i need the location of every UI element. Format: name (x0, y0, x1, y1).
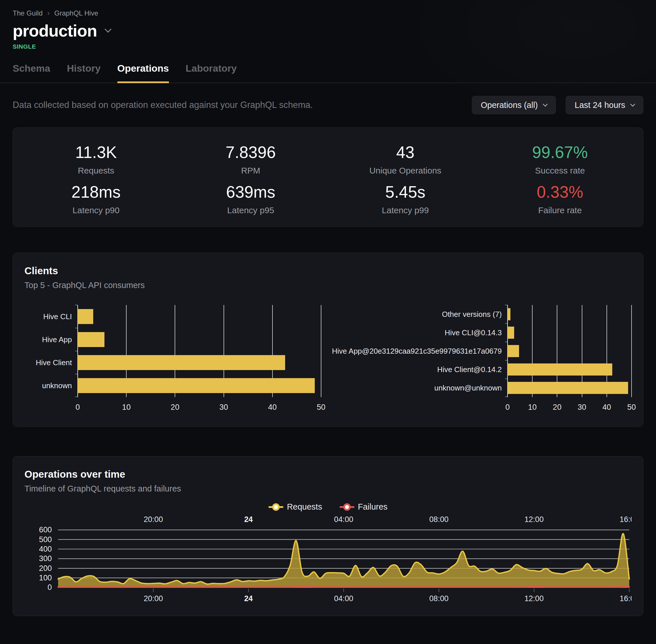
bar-labels: Hive CLIHive AppHive Clientunknown (24, 305, 78, 397)
legend-label: Requests (287, 502, 322, 512)
bar-category-label: Hive App@20e3129caa921c35e9979631e17a067… (335, 342, 508, 360)
timeline-chart: 010020030040050060020:0020:00242404:0004… (24, 513, 632, 610)
bar-category-label: Hive Client (24, 351, 78, 374)
tab-laboratory[interactable]: Laboratory (186, 63, 237, 83)
bar-row (508, 323, 632, 342)
x-tick-label: 50 (317, 403, 325, 412)
bar-category-label: Hive CLI@0.14.3 (335, 323, 508, 342)
bar-category-label: Other versions (7) (335, 305, 508, 323)
stat-value: 218ms (19, 182, 173, 202)
legend-label: Failures (358, 502, 388, 512)
bar-spacer (24, 397, 78, 415)
clients-bar-chart-by-name: Hive CLIHive AppHive Clientunknown 01020… (24, 305, 335, 415)
stat-success-rate: 99.67% Success rate (483, 143, 638, 176)
time-range-dropdown[interactable]: Last 24 hours (566, 96, 643, 114)
stat-label: Latency p90 (19, 205, 173, 215)
stat-value: 43 (328, 143, 483, 162)
breadcrumb-project[interactable]: GraphQL Hive (54, 9, 98, 17)
bar-hive-app (78, 332, 104, 347)
single-badge: SINGLE (13, 43, 643, 50)
clients-card: Clients Top 5 - GraphQL API consumers Hi… (13, 253, 643, 427)
bar-category-label: unknown (24, 374, 78, 397)
ops-card-title: Operations over time (24, 468, 632, 480)
clients-charts: Hive CLIHive AppHive Clientunknown 01020… (24, 305, 632, 415)
legend-item-failures: Failures (339, 502, 388, 512)
target-selector-chevron-down-icon[interactable] (104, 26, 111, 32)
x-tick-label: 40 (268, 403, 277, 412)
stat-value: 7.8396 (173, 143, 328, 162)
stat-value: 639ms (173, 182, 328, 202)
bar-labels: Other versions (7)Hive CLI@0.14.3Hive Ap… (335, 305, 508, 397)
bar-unknown (78, 378, 315, 393)
tab-history[interactable]: History (67, 63, 100, 83)
stat-value: 0.33% (483, 182, 638, 202)
y-tick-label: 400 (39, 545, 52, 553)
bar-plot (78, 305, 321, 397)
bar-row (508, 305, 632, 323)
bar-unknown-unknown (508, 382, 628, 394)
tab-operations[interactable]: Operations (117, 63, 169, 83)
bar-x-axis: 01020304050 (508, 397, 632, 415)
bar-plot (508, 305, 632, 397)
stat-label: Requests (19, 166, 173, 176)
bar-row (508, 379, 632, 397)
legend-item-requests: Requests (268, 502, 322, 512)
x-tick-label-top: 04:00 (334, 515, 353, 524)
x-tick-label-top: 20:00 (144, 515, 163, 524)
bar-hive-client (78, 355, 285, 370)
x-tick-label: 40 (603, 403, 611, 412)
ops-card-subtitle: Timeline of GraphQL requests and failure… (24, 484, 632, 493)
bar-row (78, 351, 321, 374)
stat-label: Latency p95 (173, 205, 328, 215)
x-tick-label-bottom: 08:00 (429, 594, 449, 603)
toolbar: Data collected based on operation execut… (13, 96, 643, 114)
stat-rpm: 7.8396 RPM (173, 143, 328, 176)
bar-category-label: unknown@unknown (335, 379, 508, 397)
operations-over-time-card: Operations over time Timeline of GraphQL… (13, 456, 643, 616)
tabs-bar: Schema History Operations Laboratory (0, 63, 656, 83)
y-tick-label: 100 (39, 574, 52, 582)
x-tick-label-top: 24 (244, 515, 253, 524)
x-tick-label-bottom: 24 (244, 594, 253, 603)
stat-requests: 11.3K Requests (19, 143, 173, 176)
bar-category-label: Hive CLI (24, 305, 78, 328)
stat-unique-operations: 43 Unique Operations (328, 143, 483, 176)
title-row: production (13, 21, 643, 40)
bar-row (78, 305, 321, 328)
stat-value: 99.67% (483, 143, 638, 162)
clients-card-title: Clients (24, 265, 632, 277)
x-tick-label: 10 (122, 403, 131, 412)
bar-spacer (335, 397, 508, 415)
toolbar-description: Data collected based on operation execut… (13, 100, 313, 110)
stat-value: 11.3K (19, 143, 173, 162)
requests-area (58, 533, 629, 587)
bar-category-label: Hive Client@0.14.2 (335, 360, 508, 379)
x-tick-label-bottom: 04:00 (334, 594, 353, 603)
x-tick-label-bottom: 16:00 (620, 594, 632, 603)
stat-label: Failure rate (483, 205, 638, 215)
x-tick-label-top: 08:00 (429, 515, 449, 524)
bar-category-label: Hive App (24, 328, 78, 351)
stat-latency-p95: 639ms Latency p95 (173, 182, 328, 215)
bar-hive-cli-0-14-3 (508, 327, 514, 339)
y-tick-label: 300 (39, 554, 52, 563)
bar-hive-client-0-14-2 (508, 364, 612, 375)
stat-value: 5.45s (328, 182, 483, 202)
page-header: The Guild › GraphQL Hive production SING… (13, 9, 643, 83)
page-title: production (13, 21, 97, 40)
stat-latency-p90: 218ms Latency p90 (19, 182, 173, 215)
tab-schema[interactable]: Schema (13, 63, 50, 83)
operations-filter-dropdown[interactable]: Operations (all) (472, 96, 556, 114)
stat-label: Unique Operations (328, 166, 483, 176)
x-tick-label: 10 (528, 403, 537, 412)
x-tick-label-bottom: 20:00 (144, 594, 163, 603)
stat-failure-rate: 0.33% Failure rate (483, 182, 638, 215)
bar-row (78, 374, 321, 397)
breadcrumb-org[interactable]: The Guild (13, 9, 43, 17)
bar-row (508, 360, 632, 379)
x-tick-label-top: 12:00 (524, 515, 544, 524)
x-tick-label: 20 (171, 403, 179, 412)
y-tick-label: 600 (39, 525, 52, 534)
x-tick-label: 50 (627, 403, 636, 412)
bar-row (78, 328, 321, 351)
